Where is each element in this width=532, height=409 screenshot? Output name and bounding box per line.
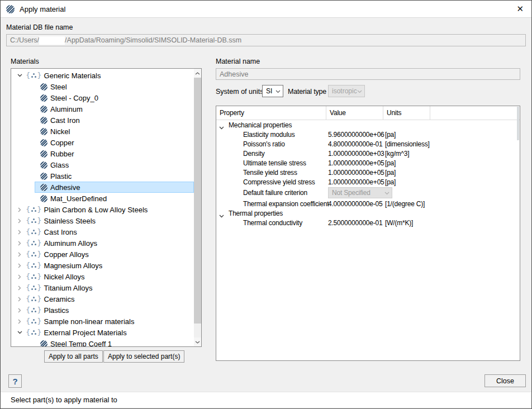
system-of-units-select[interactable]: SI [262,85,283,97]
tree-scrollbar[interactable] [194,69,201,346]
chevron-right-icon[interactable] [17,251,22,257]
chevron-down-icon [276,87,281,95]
tree-group-row[interactable]: {}Magnesium Alloys [11,260,194,271]
chevron-right-icon[interactable] [17,274,22,279]
redacted-username [39,36,65,45]
chevron-right-icon[interactable] [17,296,22,302]
tree-material-row[interactable]: Nickel [11,126,194,137]
chevron-right-icon[interactable] [17,207,22,212]
apply-to-selected-parts-button[interactable]: Apply to selected part(s) [103,350,184,363]
property-value: Not Specified [326,187,383,198]
property-units: [pa] [383,169,430,177]
chevron-right-icon[interactable] [17,240,22,246]
units-selected-value: SI [266,87,276,95]
material-type-selected-value: isotropic [332,87,357,95]
scroll-down-icon[interactable] [194,337,201,346]
chevron-down-icon[interactable] [17,330,22,335]
chevron-right-icon[interactable] [17,218,22,223]
material-icon [40,340,48,347]
material-icon [40,150,48,158]
property-units: [pa] [383,131,430,139]
scroll-up-icon[interactable] [194,69,201,78]
property-label: Tensile yield stress [243,169,297,177]
tree-group-row[interactable]: {}Nickel Alloys [11,271,194,282]
scrollbar-thumb[interactable] [194,78,201,324]
chevron-right-icon[interactable] [17,318,22,324]
tree-material-row[interactable]: Aluminum [11,103,194,115]
tree-group-row[interactable]: {}Titanium Alloys [11,282,194,293]
chevron-right-icon[interactable] [17,307,22,313]
chevron-right-icon[interactable] [17,263,22,268]
materials-label: Materials [11,58,39,65]
tree-material-row[interactable]: Steel [11,81,194,92]
tree-group-row[interactable]: {}Aluminum Alloys [11,237,194,249]
close-icon[interactable]: ✕ [516,4,524,14]
material-group-icon: {} [26,261,42,269]
property-group-row[interactable]: Mechanical properties [216,120,520,130]
material-type-select: isotropic [328,85,365,97]
status-bar: Select part(s) to apply material to [1,392,531,407]
tree-group-row[interactable]: {}Sample non-linear materials [11,316,194,327]
tree-item-label: Aluminum Alloys [44,239,97,248]
material-icon [40,161,48,169]
tree-material-row[interactable]: Mat_UserDefined [11,193,194,204]
property-group-row[interactable]: Thermal properties [216,208,520,218]
material-name-label: Material name [216,58,260,65]
chevron-down-icon[interactable] [17,73,22,78]
property-row: Thermal expansion coefficient4.000000000… [216,199,520,208]
property-units: [kg/m^3] [383,150,430,158]
tree-item-label: Steel [50,83,67,91]
failure-criterion-select[interactable]: Not Specified [328,187,392,198]
property-value: 1.0000000000e+05 [326,178,383,186]
tree-material-row[interactable]: Cast Iron [11,115,194,126]
tree-group-row[interactable]: {}Ceramics [11,293,194,305]
material-group-icon: {} [26,72,42,79]
tree-item-label: Steel Temp Coeff 1 [50,340,112,347]
tree-material-row[interactable]: Rubber [11,148,194,159]
status-text: Select part(s) to apply material to [11,396,117,404]
materials-tree[interactable]: {}Generic MaterialsSteelSteel - Copy_0Al… [11,68,202,347]
material-icon [40,117,48,124]
tree-group-row[interactable]: {}Cast Irons [11,226,194,237]
property-value: 1.0000000000e+03 [326,150,383,158]
tree-item-label: Generic Materials [44,72,101,80]
property-table-header: Property Value Units [216,106,520,120]
tree-group-row[interactable]: {}External Project Materials [11,327,194,338]
tree-group-row[interactable]: {}Plain Carbon & Low Alloy Steels [11,204,194,215]
tree-group-row[interactable]: {}Generic Materials [11,70,194,81]
material-group-icon: {} [26,329,42,336]
chevron-down-icon [384,189,390,197]
property-row: Compressive yield stress1.0000000000e+05… [216,177,520,187]
property-row: Elasticity modulus5.9600000000e+06[pa] [216,130,520,139]
window-title: Apply material [20,5,65,13]
tree-item-label: Nickel Alloys [44,273,85,281]
header-empty [430,106,520,120]
property-label: Compressive yield stress [243,178,315,186]
material-group-icon: {} [26,250,42,258]
property-value: 4.0000000000e-05 [326,200,383,208]
material-group-icon: {} [26,306,42,314]
chevron-right-icon[interactable] [17,229,22,235]
tree-group-row[interactable]: {}Copper Alloys [11,249,194,260]
property-label: Density [243,150,265,158]
tree-material-row[interactable]: Steel - Copy_0 [11,92,194,103]
tree-item-label: Plastics [44,306,69,315]
tree-material-row-selected[interactable]: Adhesive [11,182,194,193]
tree-material-row[interactable]: Copper [11,137,194,148]
tree-material-row[interactable]: Glass [11,159,194,170]
tree-item-label: Copper [50,139,74,147]
apply-material-dialog: Apply material ✕ Material DB file name C… [0,0,532,409]
close-button[interactable]: Close [484,374,526,387]
tree-material-row[interactable]: Plastic [11,170,194,182]
tree-material-row[interactable]: Steel Temp Coeff 1 [11,338,194,346]
chevron-right-icon[interactable] [17,285,22,291]
help-button[interactable]: ? [8,374,22,388]
material-group-icon: {} [26,273,42,280]
apply-to-all-parts-button[interactable]: Apply to all parts [44,350,103,363]
tree-item-label: Plastic [50,172,72,180]
tree-group-row[interactable]: {}Plastics [11,305,194,316]
table-scrollbar[interactable] [517,107,519,140]
tree-group-row[interactable]: {}Stainless Steels [11,215,194,226]
property-label: Mechanical properties [229,121,292,129]
material-icon [40,139,48,146]
